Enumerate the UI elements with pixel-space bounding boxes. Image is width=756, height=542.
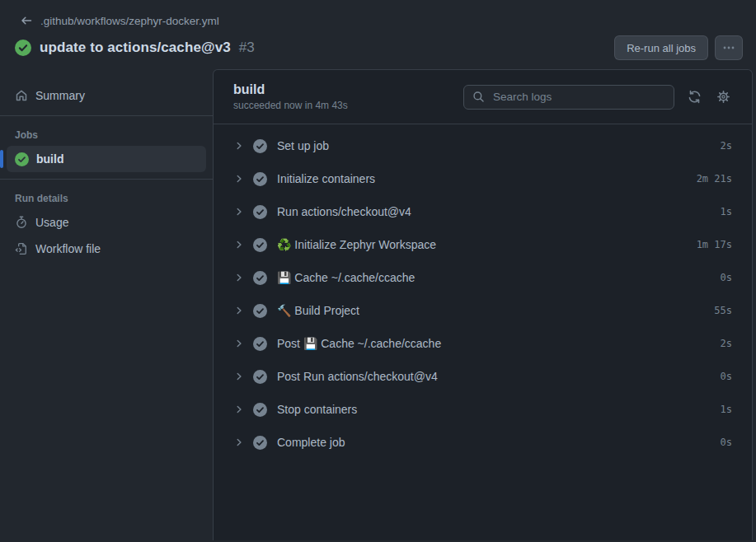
sidebar-divider	[0, 179, 213, 180]
chevron-right-icon[interactable]	[233, 437, 245, 448]
sidebar-item-job-build[interactable]: build	[7, 146, 206, 172]
sidebar-item-label: Summary	[35, 89, 85, 102]
gear-icon	[716, 90, 730, 104]
run-sidebar: Summary Jobs build Run details Usage Wor…	[0, 69, 213, 540]
step-name: Complete job	[277, 436, 711, 449]
step-success-check-icon	[253, 304, 267, 318]
step-name: Set up job	[277, 139, 711, 152]
step-duration: 2s	[721, 140, 732, 152]
step-name: Post 💾 Cache ~/.cache/ccache	[277, 337, 711, 350]
rerun-all-jobs-button[interactable]: Re-run all jobs	[614, 35, 708, 60]
chevron-right-icon[interactable]	[233, 338, 245, 349]
step-success-check-icon	[253, 271, 267, 285]
run-title-row: update to actions/cache@v3 #3 Re-run all…	[0, 35, 743, 61]
search-logs-input[interactable]	[491, 90, 665, 104]
log-panel-header: build succeeded now in 4m 43s	[214, 70, 752, 124]
workflow-file-breadcrumb-link[interactable]: .github/workflows/zephyr-docker.yml	[40, 15, 219, 27]
log-step-row[interactable]: Stop containers 1s	[214, 393, 752, 426]
step-success-check-icon	[253, 139, 267, 153]
home-icon	[15, 89, 28, 102]
step-duration: 1m 17s	[697, 239, 732, 250]
step-success-check-icon	[253, 436, 267, 450]
step-duration: 0s	[721, 437, 732, 448]
log-step-row[interactable]: Post Run actions/checkout@v4 0s	[214, 360, 752, 393]
search-logs-box[interactable]	[463, 85, 674, 110]
sidebar-divider	[0, 115, 213, 116]
step-name: 🔨 Build Project	[277, 304, 704, 317]
step-success-check-icon	[253, 370, 267, 384]
run-header: .github/workflows/zephyr-docker.yml upda…	[0, 0, 756, 69]
log-step-row[interactable]: Set up job 2s	[214, 129, 752, 162]
chevron-right-icon[interactable]	[233, 239, 245, 250]
jobs-section-label: Jobs	[0, 123, 213, 146]
page-title: update to actions/cache@v3	[40, 40, 231, 56]
sidebar-item-workflow-file[interactable]: Workflow file	[7, 236, 206, 262]
step-success-check-icon	[253, 403, 267, 417]
search-icon	[472, 91, 485, 103]
run-number: #3	[239, 40, 255, 56]
stopwatch-icon	[15, 216, 28, 229]
sidebar-item-summary[interactable]: Summary	[7, 82, 206, 109]
main-content: build succeeded now in 4m 43s	[213, 69, 756, 540]
chevron-right-icon[interactable]	[233, 305, 245, 316]
log-step-row[interactable]: 💾 Cache ~/.cache/ccache 0s	[214, 261, 752, 294]
log-step-row[interactable]: Post 💾 Cache ~/.cache/ccache 2s	[214, 327, 752, 360]
job-name: build	[233, 82, 348, 97]
chevron-right-icon[interactable]	[233, 206, 245, 217]
step-success-check-icon	[253, 205, 267, 219]
job-success-check-icon	[15, 152, 29, 166]
run-details-section-label: Run details	[0, 186, 213, 209]
chevron-right-icon[interactable]	[233, 272, 245, 283]
job-log-panel: build succeeded now in 4m 43s	[213, 69, 753, 540]
step-success-check-icon	[253, 172, 267, 186]
sidebar-item-label: Usage	[35, 216, 68, 229]
chevron-right-icon[interactable]	[233, 404, 245, 415]
step-name: Stop containers	[277, 403, 711, 416]
step-success-check-icon	[253, 238, 267, 252]
sidebar-item-label: Workflow file	[35, 242, 101, 255]
log-steps-list: Set up job 2s Initialize containers 2m 2…	[214, 124, 752, 540]
header-actions: Re-run all jobs	[614, 35, 743, 60]
kebab-menu-button[interactable]	[715, 35, 743, 60]
run-success-check-icon	[15, 40, 31, 56]
step-duration: 55s	[714, 305, 732, 316]
sidebar-item-usage[interactable]: Usage	[7, 209, 206, 236]
step-name: Initialize containers	[277, 172, 687, 185]
job-meta: build succeeded now in 4m 43s	[233, 82, 348, 111]
refresh-logs-button[interactable]	[686, 88, 703, 105]
log-step-row[interactable]: Complete job 0s	[214, 426, 752, 459]
log-step-row[interactable]: Run actions/checkout@v4 1s	[214, 195, 752, 228]
log-step-row[interactable]: ♻️ Initialize Zephyr Workspace 1m 17s	[214, 228, 752, 261]
step-name: 💾 Cache ~/.cache/ccache	[277, 271, 711, 284]
step-duration: 2m 21s	[697, 173, 732, 185]
step-duration: 2s	[721, 338, 732, 349]
step-name: ♻️ Initialize Zephyr Workspace	[277, 238, 687, 251]
step-success-check-icon	[253, 337, 267, 351]
step-duration: 1s	[721, 404, 732, 415]
step-duration: 0s	[721, 371, 732, 382]
kebab-horizontal-icon	[722, 41, 735, 54]
chevron-right-icon[interactable]	[233, 371, 245, 382]
job-status-text: succeeded now in 4m 43s	[233, 100, 348, 111]
log-step-row[interactable]: Initialize containers 2m 21s	[214, 162, 752, 195]
chevron-right-icon[interactable]	[233, 140, 245, 152]
chevron-right-icon[interactable]	[233, 173, 245, 185]
log-settings-button[interactable]	[715, 88, 732, 105]
step-name: Run actions/checkout@v4	[277, 205, 711, 218]
file-code-icon	[15, 242, 28, 255]
step-name: Post Run actions/checkout@v4	[277, 370, 711, 383]
log-step-row[interactable]: 🔨 Build Project 55s	[214, 294, 752, 327]
breadcrumb: .github/workflows/zephyr-docker.yml	[0, 13, 743, 28]
sync-icon	[688, 90, 702, 104]
step-duration: 0s	[721, 272, 732, 283]
back-arrow-icon[interactable]	[20, 14, 33, 27]
sidebar-item-label: build	[36, 152, 63, 166]
step-duration: 1s	[721, 206, 732, 217]
log-toolbar	[463, 85, 732, 110]
